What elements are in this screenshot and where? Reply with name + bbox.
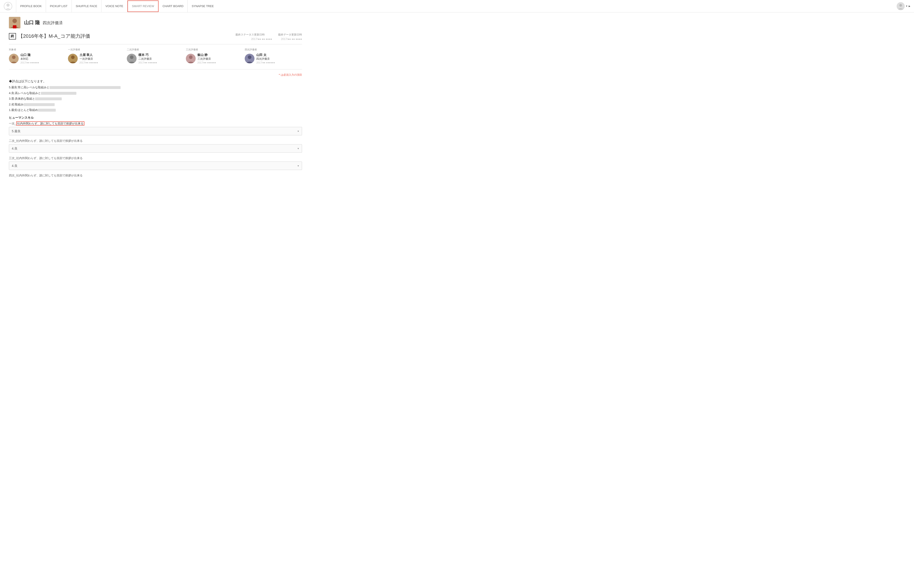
review-item-label-2: 三次_社内外関わらず、誰に対しても笑顔で挨拶が出来る [9, 156, 302, 160]
required-note: ＊は必須入力の項目 [9, 73, 302, 77]
evaluator-avatar-0 [9, 54, 19, 63]
svg-point-5 [13, 19, 17, 23]
status-date-label: 最終ステータス更新日時 [235, 33, 265, 37]
nav-bar: PROFILE BOOK PICKUP LIST SHUFFLE FACE VO… [0, 0, 914, 13]
review-title-left: 終 【2016年冬】M-A_コア能力評価 [9, 33, 235, 39]
review-item-prefix-1: 二次_社内外関わらず、誰に対しても笑顔で挨拶が出来る [9, 139, 83, 142]
main-content: 山口 隆 四次評価済 終 【2016年冬】M-A_コア能力評価 最終ステータス更… [0, 13, 311, 186]
svg-point-3 [899, 4, 902, 6]
review-item-label-3: 四次_社内外関わらず、誰に対しても笑顔で挨拶が出来る [9, 173, 302, 178]
evaluator-avatar-3 [186, 54, 196, 63]
data-date-value: 2017/●● ●● ●●●● [281, 37, 302, 40]
review-item-label-0: 一次_社内外関わらず、誰に対しても笑顔で挨拶が出来る [9, 121, 302, 126]
svg-point-8 [12, 55, 16, 59]
user-name: 山口 隆 [24, 20, 40, 25]
nav-right: ▼ ▶ [897, 2, 911, 10]
evaluator-col-3: 三次評価者 飯山 静 三次評価済 2017/●● ●●●●●● [184, 48, 243, 64]
nav-item-pickup-list[interactable]: PICKUP LIST [46, 0, 72, 13]
evaluator-avatar-4 [245, 54, 254, 63]
review-item-prefix-2: 三次_社内外関わらず、誰に対しても笑顔で挨拶が出来る [9, 157, 83, 160]
evaluator-col-1: 一次評価者 土屋 章人 一次評価済 2017/●● ●●●●●● [66, 48, 125, 64]
evaluators-section: 対象者 山口 隆 未対応 2017/●● ●●●●●● 一次評価者 [9, 48, 302, 64]
data-date-label: 最終データ更新日時 [278, 33, 302, 37]
review-item-1: 二次_社内外関わらず、誰に対しても笑顔で挨拶が出来る 5.最良 4.良 3.普 … [9, 139, 302, 153]
evaluator-info-2: 榎本 巧 二次評価済 2017/●● ●●●●●● [127, 53, 182, 64]
nav-item-chart-board[interactable]: CHART BOARD [159, 0, 188, 13]
evaluator-avatar-1 [68, 54, 78, 63]
end-badge: 終 [9, 33, 16, 39]
evaluator-name-3: 飯山 静 [198, 53, 216, 57]
review-select-2[interactable]: 5.最良 4.良 3.普 2.劣 1.最劣 [9, 162, 302, 170]
scale-item-4: 4.良:高レベルな取組みと [9, 91, 302, 95]
review-item-3: 四次_社内外関わらず、誰に対しても笑顔で挨拶が出来る [9, 173, 302, 178]
evaluator-name-2: 榎本 巧 [138, 53, 157, 57]
evaluator-label-3: 三次評価者 [186, 48, 241, 51]
nav-next-arrow[interactable]: ▶ [909, 5, 911, 7]
evaluator-label-4: 四次評価者 [245, 48, 300, 51]
scale-intro: ◆評点は以下になります。 [9, 79, 302, 84]
scale-section: ◆評点は以下になります。 5.最良:常に高レベルな取組みと 4.良:高レベルな取… [9, 79, 302, 112]
evaluator-status-2: 二次評価済 [138, 57, 157, 61]
evaluator-avatar-2 [127, 54, 136, 63]
evaluator-date-3: 2017/●● ●●●●●● [198, 61, 216, 64]
nav-item-shuffle-face[interactable]: SHUFFLE FACE [72, 0, 102, 13]
evaluator-name-1: 土屋 章人 [79, 53, 98, 57]
svg-point-12 [130, 55, 133, 59]
evaluator-info-0: 山口 隆 未対応 2017/●● ●●●●●● [9, 53, 65, 64]
nav-item-voice-note[interactable]: VOICE NOTE [102, 0, 128, 13]
scale-item-2: 2.劣:取組み [9, 102, 302, 107]
evaluator-label-1: 一次評価者 [68, 48, 123, 51]
evaluator-info-3: 飯山 静 三次評価済 2017/●● ●●●●●● [186, 53, 241, 64]
review-title-bar: 終 【2016年冬】M-A_コア能力評価 最終ステータス更新日時 最終データ更新… [9, 33, 302, 40]
nav-dropdown-arrow[interactable]: ▼ [906, 5, 908, 7]
evaluator-col-0: 対象者 山口 隆 未対応 2017/●● ●●●●●● [9, 48, 66, 64]
svg-point-16 [248, 55, 251, 59]
review-select-0[interactable]: 5.最良 4.良 3.普 2.劣 1.最劣 [9, 127, 302, 135]
select-wrapper-2[interactable]: 5.最良 4.良 3.普 2.劣 1.最劣 [9, 162, 302, 170]
evaluator-col-2: 二次評価者 榎本 巧 二次評価済 2017/●● ●●●●●● [125, 48, 184, 64]
review-title-text: 【2016年冬】M-A_コア能力評価 [18, 33, 90, 39]
date-values: 2017/●● ●● ●●●● 2017/●● ●● ●●●● [251, 37, 302, 40]
scale-item-1: 1.最劣:ほとんど取組め [9, 108, 302, 112]
evaluator-status-3: 三次評価済 [198, 57, 216, 61]
evaluator-name-4: 山田 太 [256, 53, 275, 57]
evaluator-col-4: 四次評価者 山田 太 四次評価済 2017/●● ●●●●●● [243, 48, 302, 64]
select-wrapper-0[interactable]: 5.最良 4.良 3.普 2.劣 1.最劣 [9, 127, 302, 135]
svg-point-10 [71, 55, 75, 59]
review-item-prefix-3: 四次_社内外関わらず、誰に対しても笑顔で挨拶が出来る [9, 174, 83, 177]
evaluator-date-2: 2017/●● ●●●●●● [138, 61, 157, 64]
review-item-label-1: 二次_社内外関わらず、誰に対しても笑顔で挨拶が出来る [9, 139, 302, 143]
review-select-1[interactable]: 5.最良 4.良 3.普 2.劣 1.最劣 [9, 144, 302, 153]
nav-item-smart-review[interactable]: SMART REVIEW [128, 0, 159, 12]
section-label: ヒューマンスキル [9, 116, 302, 120]
user-header: 山口 隆 四次評価済 [9, 17, 302, 28]
review-item-prefix-0: 一次_ [9, 122, 16, 125]
nav-items: PROFILE BOOK PICKUP LIST SHUFFLE FACE VO… [16, 0, 897, 13]
svg-rect-6 [13, 25, 16, 28]
evaluator-label-0: 対象者 [9, 48, 65, 51]
review-item-text-0: 社内外関わらず、誰に対しても笑顔で挨拶が出来る [16, 121, 84, 126]
user-info: 山口 隆 四次評価済 [24, 19, 63, 26]
review-title-right: 最終ステータス更新日時 最終データ更新日時 2017/●● ●● ●●●● 20… [235, 33, 302, 40]
select-wrapper-1[interactable]: 5.最良 4.良 3.普 2.劣 1.最劣 [9, 144, 302, 153]
evaluator-name-0: 山口 隆 [20, 53, 39, 57]
nav-item-synapse-tree[interactable]: SYNAPSE TREE [188, 0, 218, 13]
evaluator-info-4: 山田 太 四次評価済 2017/●● ●●●●●● [245, 53, 300, 64]
evaluator-status-1: 一次評価済 [79, 57, 98, 61]
evaluator-info-1: 土屋 章人 一次評価済 2017/●● ●●●●●● [68, 53, 123, 64]
app-logo [3, 2, 13, 11]
status-date-value: 2017/●● ●● ●●●● [251, 37, 272, 40]
nav-user-avatar[interactable] [897, 2, 905, 10]
evaluator-status-0: 未対応 [20, 57, 39, 61]
evaluator-date-1: 2017/●● ●●●●●● [79, 61, 98, 64]
user-avatar [9, 17, 20, 28]
scale-item-3: 3.普:具体的な取組と [9, 97, 302, 101]
date-labels: 最終ステータス更新日時 最終データ更新日時 [235, 33, 302, 37]
svg-point-14 [189, 55, 193, 59]
evaluator-date-4: 2017/●● ●●●●●● [256, 61, 275, 64]
nav-item-profile-book[interactable]: PROFILE BOOK [16, 0, 46, 13]
review-item-2: 三次_社内外関わらず、誰に対しても笑顔で挨拶が出来る 5.最良 4.良 3.普 … [9, 156, 302, 170]
user-status: 四次評価済 [43, 21, 63, 25]
review-item-0: 一次_社内外関わらず、誰に対しても笑顔で挨拶が出来る 5.最良 4.良 3.普 … [9, 121, 302, 135]
evaluator-label-2: 二次評価者 [127, 48, 182, 51]
